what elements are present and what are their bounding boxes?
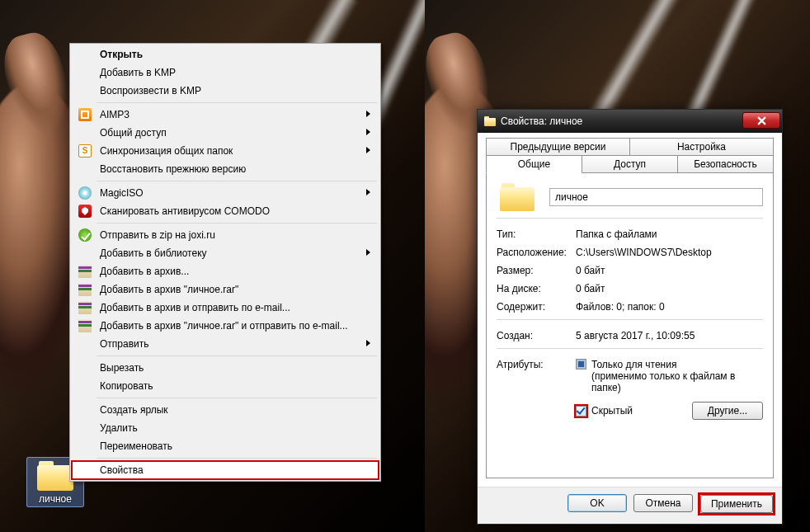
attributes-label: Атрибуты: [497,359,576,370]
ctx-send-to[interactable]: Отправить [72,335,379,353]
tab-customize[interactable]: Настройка [630,138,774,156]
type-label: Тип: [497,228,576,240]
created-label: Создан: [497,330,576,341]
joxi-icon [78,228,92,242]
ctx-sync[interactable]: SСинхронизация общих папок [72,142,379,160]
close-icon [757,116,766,125]
ctx-delete[interactable]: Удалить [72,419,379,437]
submenu-arrow-icon [366,189,370,195]
ctx-aimp[interactable]: AIMP3 [72,106,379,124]
ctx-add-kmp[interactable]: Добавить в KMP [72,64,379,82]
ctx-archive-name-email[interactable]: Добавить в архив "личное.rar" и отправит… [72,317,379,335]
ondisk-value: 0 байт [576,283,605,294]
winrar-icon [78,319,92,332]
advanced-button[interactable]: Другие... [692,402,763,420]
tab-sharing[interactable]: Доступ [582,155,678,173]
size-value: 0 байт [576,265,605,276]
ok-button[interactable]: OK [567,494,627,512]
close-button[interactable] [742,112,780,129]
ctx-magiciso[interactable]: MagicISO [72,184,379,202]
folder-large-icon [500,183,535,211]
submenu-arrow-icon [366,147,370,153]
apply-button[interactable]: Применить [700,495,773,513]
ctx-play-kmp[interactable]: Воспроизвести в KMP [72,82,379,100]
disc-icon [78,186,92,200]
aimp-icon [78,108,92,121]
submenu-arrow-icon [366,111,370,117]
readonly-checkbox[interactable] [576,359,586,370]
winrar-icon [78,283,92,296]
size-label: Размер: [497,265,576,276]
desktop-left: личное Открыть Добавить в KMP Воспроизве… [0,0,425,532]
type-value: Папка с файлами [576,228,657,240]
ctx-add-archive-name[interactable]: Добавить в архив "личное.rar" [72,280,379,299]
tab-security[interactable]: Безопасность [678,155,774,173]
desktop-folder-label: личное [29,493,82,505]
hidden-label: Скрытый [591,405,692,417]
ctx-restore[interactable]: Восстановить прежнюю версию [72,160,379,178]
winrar-icon [78,265,92,278]
comodo-icon [78,205,92,218]
ctx-cut[interactable]: Вырезать [72,359,379,377]
folder-icon [484,116,496,126]
submenu-arrow-icon [366,340,370,346]
ctx-shortcut[interactable]: Создать ярлык [72,401,379,419]
location-value: C:\Users\WINDOWS7\Desktop [576,247,712,258]
tab-panel-general: Тип:Папка с файлами Расположение:C:\User… [486,173,774,478]
cancel-button[interactable]: Отмена [633,494,693,512]
ctx-joxi[interactable]: Отправить в zip на joxi.ru [72,226,379,244]
dialog-title: Свойства: личное [501,115,742,127]
contains-label: Содержит: [497,301,576,313]
readonly-label: Только для чтения [591,359,763,370]
submenu-arrow-icon [366,249,370,256]
ctx-library[interactable]: Добавить в библиотеку [72,244,379,262]
ctx-copy[interactable]: Копировать [72,377,379,395]
sync-icon: S [78,144,92,158]
submenu-arrow-icon [366,129,370,135]
ctx-open[interactable]: Открыть [72,45,379,64]
ondisk-label: На диске: [497,283,576,294]
folder-icon [37,461,73,491]
ctx-share[interactable]: Общий доступ [72,124,379,142]
folder-name-input[interactable] [549,188,763,206]
readonly-hint: (применимо только к файлам в папке) [591,370,763,393]
dialog-button-row: OK Отмена Применить [478,487,782,524]
contains-value: Файлов: 0; папок: 0 [576,301,665,313]
ctx-properties[interactable]: Свойства [72,461,379,479]
ctx-rename[interactable]: Переименовать [72,437,379,455]
properties-dialog: Свойства: личное Предыдущие версии Настр… [477,109,783,525]
created-value: 5 августа 2017 г., 10:09:55 [576,330,695,341]
ctx-add-archive[interactable]: Добавить в архив... [72,262,379,280]
location-label: Расположение: [497,247,576,258]
ctx-comodo[interactable]: Сканировать антивирусом COMODO [72,202,379,220]
ctx-archive-email[interactable]: Добавить в архив и отправить по e-mail..… [72,299,379,317]
context-menu: Открыть Добавить в KMP Воспроизвести в K… [69,43,381,482]
tab-general[interactable]: Общие [486,155,582,173]
dialog-titlebar[interactable]: Свойства: личное [478,110,782,133]
hidden-checkbox[interactable] [576,406,586,417]
tab-previous-versions[interactable]: Предыдущие версии [486,138,630,156]
winrar-icon [78,301,92,314]
